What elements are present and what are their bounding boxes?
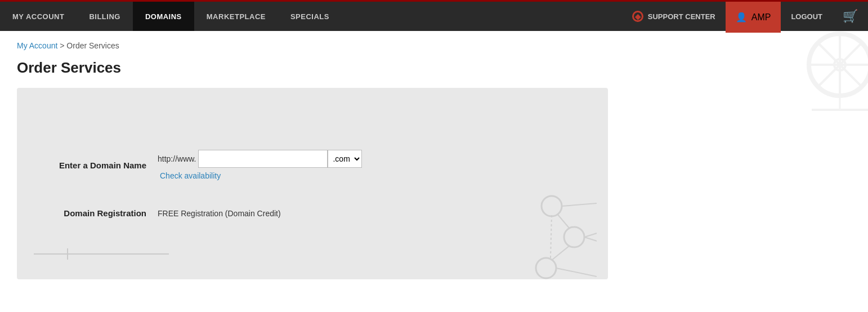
- nav-support[interactable]: ◆ SUPPORT CENTER: [622, 2, 726, 31]
- network-decoration: [484, 189, 597, 279]
- domain-input-group: http://www. .com .net .org .info .biz Ch…: [158, 150, 362, 180]
- nav-domains[interactable]: DOMAINS: [133, 2, 194, 31]
- svg-line-14: [584, 231, 597, 237]
- svg-line-17: [562, 203, 597, 206]
- svg-line-11: [557, 214, 570, 229]
- panel-deco-bottom: [34, 246, 169, 262]
- nav-specials[interactable]: SPECIALS: [278, 2, 342, 31]
- http-prefix: http://www.: [158, 154, 198, 163]
- svg-point-10: [536, 258, 556, 278]
- svg-line-12: [552, 246, 570, 260]
- nav-amp[interactable]: 👤 AMP: [726, 2, 781, 33]
- breadcrumb-separator: >: [60, 41, 66, 50]
- domain-input-row: http://www. .com .net .org .info .biz: [158, 150, 362, 168]
- domain-section: Enter a Domain Name http://www. .com .ne…: [51, 150, 585, 180]
- registration-label: Domain Registration: [51, 208, 158, 218]
- svg-point-8: [542, 196, 562, 216]
- domain-label: Enter a Domain Name: [51, 161, 158, 170]
- nav-logout[interactable]: LOGOUT: [781, 2, 833, 31]
- support-icon: ◆: [632, 11, 643, 22]
- page-title: Order Services: [17, 59, 851, 77]
- top-nav: MY ACCOUNT BILLING DOMAINS MARKETPLACE S…: [0, 0, 868, 31]
- nav-marketplace[interactable]: MARKETPLACE: [194, 2, 278, 31]
- nav-cart[interactable]: 🛒: [833, 2, 868, 31]
- breadcrumb-parent-link[interactable]: My Account: [17, 41, 57, 50]
- svg-line-13: [551, 215, 552, 258]
- amp-label: AMP: [751, 12, 771, 23]
- support-label: SUPPORT CENTER: [648, 12, 715, 21]
- domain-input[interactable]: [198, 150, 328, 168]
- nav-my-account[interactable]: MY ACCOUNT: [0, 2, 77, 31]
- svg-line-15: [584, 237, 597, 243]
- breadcrumb-current: Order Services: [66, 41, 119, 50]
- breadcrumb: My Account > Order Services: [17, 41, 851, 50]
- check-availability-link[interactable]: Check availability: [158, 171, 221, 180]
- cart-icon: 🛒: [843, 9, 858, 24]
- svg-point-9: [564, 227, 584, 247]
- services-panel: Enter a Domain Name http://www. .com .ne…: [17, 88, 608, 279]
- nav-billing[interactable]: BILLING: [77, 2, 133, 31]
- tld-select[interactable]: .com .net .org .info .biz: [328, 150, 362, 168]
- page-content: My Account > Order Services Order Servic…: [0, 31, 868, 289]
- registration-value: FREE Registration (Domain Credit): [158, 209, 281, 218]
- person-icon: 👤: [736, 12, 747, 23]
- wheel-decoration: [755, 31, 868, 121]
- svg-line-16: [556, 268, 597, 277]
